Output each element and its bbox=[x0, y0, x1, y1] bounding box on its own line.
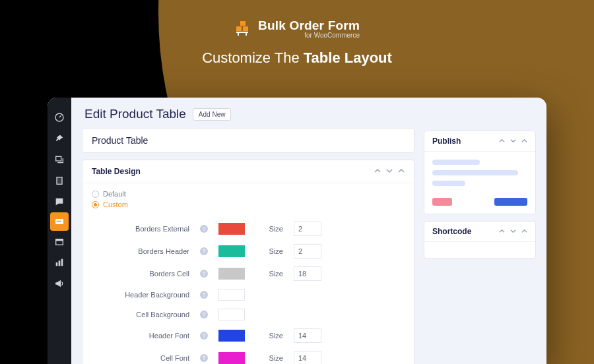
collapse-icon[interactable] bbox=[521, 228, 527, 235]
color-swatch[interactable] bbox=[218, 245, 245, 257]
size-label: Size bbox=[255, 247, 283, 255]
svg-rect-3 bbox=[236, 32, 248, 33]
design-row: Header Font?Size bbox=[92, 324, 405, 347]
brand-title: Bulk Order Form bbox=[258, 18, 360, 33]
svg-rect-0 bbox=[240, 21, 246, 26]
design-row: Borders Header?Size bbox=[92, 240, 405, 262]
help-icon[interactable]: ? bbox=[200, 270, 208, 278]
radio-icon bbox=[92, 201, 99, 208]
design-label: Cell Font bbox=[92, 354, 189, 362]
color-swatch[interactable] bbox=[218, 289, 245, 301]
color-swatch[interactable] bbox=[218, 352, 245, 364]
placeholder-line bbox=[432, 160, 480, 165]
help-icon[interactable]: ? bbox=[200, 225, 208, 233]
size-label: Size bbox=[255, 332, 283, 340]
design-label: Header Font bbox=[92, 332, 189, 340]
svg-rect-12 bbox=[56, 239, 63, 241]
placeholder-line bbox=[432, 181, 465, 186]
sidebar-item-analytics[interactable] bbox=[48, 252, 71, 273]
sidebar-item-pin[interactable] bbox=[48, 128, 71, 149]
help-icon[interactable]: ? bbox=[200, 332, 208, 340]
svg-rect-5 bbox=[246, 33, 247, 36]
size-input[interactable] bbox=[294, 351, 321, 364]
publish-panel: Publish bbox=[424, 131, 536, 214]
chevron-up-icon[interactable] bbox=[499, 228, 505, 235]
chevron-down-icon[interactable] bbox=[510, 228, 516, 235]
svg-rect-1 bbox=[236, 26, 242, 31]
svg-rect-9 bbox=[57, 177, 62, 185]
help-icon[interactable]: ? bbox=[200, 311, 208, 318]
chevron-up-icon[interactable] bbox=[499, 137, 505, 145]
design-row: Borders External?Size bbox=[92, 218, 405, 240]
radio-default[interactable]: Default bbox=[92, 190, 405, 198]
size-input[interactable] bbox=[294, 266, 321, 281]
color-swatch[interactable] bbox=[218, 309, 245, 320]
help-icon[interactable]: ? bbox=[200, 354, 208, 362]
chevron-down-icon[interactable] bbox=[510, 137, 516, 145]
color-swatch[interactable] bbox=[218, 330, 245, 342]
design-label: Cell Background bbox=[92, 311, 189, 318]
color-swatch[interactable] bbox=[218, 223, 245, 235]
placeholder-line bbox=[432, 170, 518, 175]
design-row: Cell Font?Size bbox=[92, 347, 405, 364]
svg-rect-13 bbox=[56, 262, 58, 266]
shortcode-panel: Shortcode bbox=[424, 221, 536, 258]
size-label: Size bbox=[255, 225, 283, 233]
size-input[interactable] bbox=[294, 328, 321, 343]
design-row: Cell Background? bbox=[92, 305, 405, 324]
size-label: Size bbox=[255, 354, 283, 362]
table-design-heading: Table Design bbox=[92, 167, 141, 176]
design-label: Borders External bbox=[92, 225, 189, 233]
app-window: Edit Product Table Add New Product Table… bbox=[48, 98, 546, 364]
color-swatch[interactable] bbox=[218, 268, 245, 280]
hero-tagline: Customize The Table Layout bbox=[0, 49, 594, 67]
size-label: Size bbox=[255, 270, 283, 278]
add-new-button[interactable]: Add New bbox=[193, 108, 232, 121]
publish-title: Publish bbox=[432, 136, 461, 146]
design-label: Header Background bbox=[92, 291, 189, 299]
help-icon[interactable]: ? bbox=[200, 247, 208, 255]
sidebar-item-products[interactable] bbox=[48, 231, 71, 252]
title-card: Product Table bbox=[82, 128, 414, 153]
sidebar-item-woocommerce[interactable] bbox=[50, 212, 69, 231]
help-icon[interactable]: ? bbox=[200, 291, 208, 299]
sidebar-item-dashboard[interactable] bbox=[48, 107, 71, 128]
svg-rect-7 bbox=[56, 156, 61, 161]
svg-rect-2 bbox=[243, 26, 248, 31]
sidebar-item-media[interactable] bbox=[48, 149, 71, 170]
svg-rect-4 bbox=[238, 33, 239, 36]
design-label: Borders Header bbox=[92, 247, 189, 255]
product-table-title[interactable]: Product Table bbox=[92, 135, 148, 146]
design-row: Borders Cell?Size bbox=[92, 262, 405, 285]
sidebar-item-pages[interactable] bbox=[48, 170, 71, 191]
sidebar-item-comments[interactable] bbox=[48, 191, 71, 212]
page-title: Edit Product Table bbox=[84, 107, 186, 121]
svg-rect-15 bbox=[61, 259, 63, 266]
trash-button[interactable] bbox=[432, 198, 452, 206]
chevron-down-icon[interactable] bbox=[386, 167, 393, 175]
radio-custom[interactable]: Custom bbox=[92, 200, 405, 208]
radio-icon bbox=[92, 191, 99, 198]
chevron-up-icon[interactable] bbox=[374, 167, 381, 175]
collapse-icon[interactable] bbox=[398, 167, 405, 175]
shortcode-title: Shortcode bbox=[432, 227, 471, 236]
sidebar-item-marketing[interactable] bbox=[48, 273, 71, 294]
size-input[interactable] bbox=[294, 244, 321, 258]
admin-sidebar bbox=[48, 98, 71, 364]
design-row: Header Background? bbox=[92, 285, 405, 305]
design-label: Borders Cell bbox=[92, 270, 189, 278]
boxes-icon bbox=[234, 20, 251, 38]
table-design-card: Table Design bbox=[82, 160, 414, 364]
publish-button[interactable] bbox=[494, 198, 527, 206]
brand: Bulk Order Form for WooCommerce bbox=[234, 18, 360, 39]
collapse-icon[interactable] bbox=[521, 137, 527, 145]
svg-rect-14 bbox=[59, 260, 61, 266]
size-input[interactable] bbox=[294, 222, 321, 236]
